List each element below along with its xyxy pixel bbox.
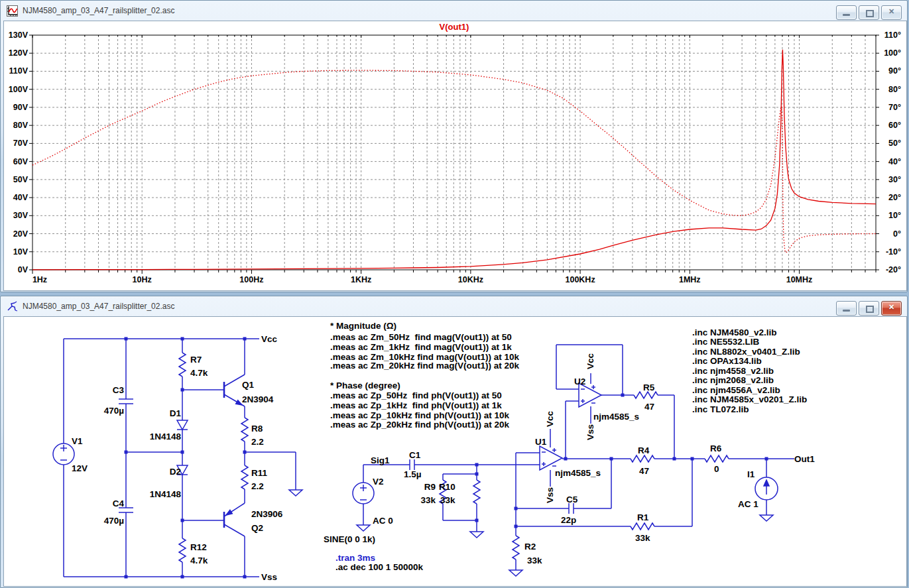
spice-directive: .meas ac Zm_50Hz find mag(V(out1)) at 50 <box>330 332 512 342</box>
component-label: R6 <box>710 443 722 453</box>
close-button[interactable]: ✕ <box>881 301 902 316</box>
schematic-drawing[interactable]: VccR74.7kQ12N3904C3470µD11N4148R82.2V112… <box>4 317 906 586</box>
component-label: R7 <box>190 355 202 365</box>
bode-plot[interactable]: 130V120V110V100V90V80V70V60V50V40V30V20V… <box>4 21 906 290</box>
component-label: Out1 <box>794 454 815 464</box>
y-right-tick-label: 90° <box>888 66 901 76</box>
y-left-tick-label: 70V <box>13 139 29 148</box>
component-label: C1 <box>409 450 421 460</box>
component-label: Vcc <box>545 411 555 428</box>
junctions <box>125 337 768 579</box>
close-button[interactable]: ✕ <box>881 5 902 20</box>
schematic-pane[interactable]: VccR74.7kQ12N3904C3470µD11N4148R82.2V112… <box>3 316 907 587</box>
minimize-button[interactable] <box>836 5 857 20</box>
junction-dot <box>515 525 518 528</box>
x-tick-label: 10KHz <box>458 275 483 284</box>
component-label: C3 <box>113 385 125 395</box>
plot-title-group: V(out1) <box>440 22 469 32</box>
spice-directive: .meas ac Zp_20kHz find ph(V(out1)) at 20… <box>330 420 510 430</box>
y-right-tick-label: 80° <box>888 85 901 94</box>
y-left-tick-label: 40V <box>13 193 29 202</box>
junction-dot <box>673 457 676 461</box>
wires <box>64 339 794 577</box>
y-left-tick-label: 100V <box>9 85 29 94</box>
component-label: R1 <box>637 512 649 522</box>
minimize-icon <box>843 310 850 312</box>
y-left-tick-label: 80V <box>13 121 29 130</box>
junction-dot <box>564 457 568 461</box>
x-tick-label: 10MHz <box>786 275 813 284</box>
restore-icon <box>866 10 874 17</box>
x-tick-label: 100KHz <box>565 275 595 284</box>
x-tick-label: 10Hz <box>133 275 152 284</box>
resistor-symbol <box>473 480 480 504</box>
component-label: 1N4148 <box>150 489 182 499</box>
y-right-tick-label: 30° <box>888 175 901 184</box>
junction-dot <box>181 519 184 522</box>
junction-dot <box>125 575 128 579</box>
close-icon: ✕ <box>882 7 901 16</box>
junction-dot <box>243 337 247 341</box>
component-label: R12 <box>190 542 207 552</box>
ground-symbol <box>760 515 773 521</box>
y-right-tick-label: 60° <box>888 121 901 130</box>
y-right-tick-label: 50° <box>888 139 901 148</box>
component-label: R5 <box>643 382 655 392</box>
spice-directive: .meas ac Zp_10kHz find ph(V(out1)) at 10… <box>330 410 510 420</box>
component-label: R4 <box>638 445 650 455</box>
resistor-symbol <box>634 392 658 398</box>
junction-dot <box>125 337 128 341</box>
pnp-emitter-arrow <box>226 510 232 515</box>
minimize-button[interactable] <box>836 301 857 316</box>
component-label: R9 <box>424 482 436 492</box>
component-label: 1N4148 <box>150 432 182 441</box>
junction-dot <box>181 388 184 392</box>
resistor-symbol <box>631 455 654 462</box>
diode-symbol <box>177 420 188 430</box>
junction-dot <box>765 457 768 461</box>
junction-dot <box>475 463 479 467</box>
component-label: V1 <box>72 436 83 446</box>
restore-icon <box>866 306 874 313</box>
spice-directive: .meas ac Zp_50Hz find ph(V(out1)) at 50 <box>330 390 502 400</box>
spice-directive: .inc TL072.lib <box>692 404 749 414</box>
waveform-window: NJM4580_amp_03_A47_railsplitter_02.asc ✕… <box>0 0 908 292</box>
component-label: njm4585_s <box>555 468 601 478</box>
component-label: 22p <box>561 515 576 525</box>
junction-dot <box>181 337 184 341</box>
component-label: AC 1 <box>738 499 758 509</box>
spice-directive: .meas ac Zm_20kHz find mag(V(out1)) at 2… <box>330 361 520 371</box>
waveform-pane[interactable]: 130V120V110V100V90V80V70V60V50V40V30V20V… <box>3 21 907 291</box>
x-tick-label: 1KHz <box>351 275 371 284</box>
spice-directive: .inc NE5532.LIB <box>692 337 760 347</box>
spice-directive: .inc njm4558_v2.lib <box>692 366 774 376</box>
restore-button[interactable] <box>859 301 879 316</box>
spice-directive: .meas ac Zp_1kHz find ph(V(out1)) at 1k <box>330 400 502 410</box>
plot-grid <box>32 35 876 270</box>
component-label: 12V <box>72 463 88 473</box>
y-left-tick-label: 60V <box>13 157 29 166</box>
restore-button[interactable] <box>859 5 879 20</box>
ground-symbol <box>289 490 302 496</box>
spice-directive: .inc NL8802x_v0401_Z.lib <box>692 347 800 357</box>
schematic-graphics <box>53 337 794 579</box>
component-label: C5 <box>566 495 578 504</box>
component-label: U1 <box>535 437 547 447</box>
spice-directive: .inc NJM4580_v2.lib <box>692 327 777 337</box>
schematic-window: NJM4580_amp_03_A47_railsplitter_02.asc ✕… <box>0 296 908 588</box>
component-label: 4.7k <box>190 368 208 378</box>
spice-directive: .inc njm4556A_v2.lib <box>692 385 780 395</box>
component-label: Vss <box>261 572 277 582</box>
component-label: R10 <box>439 482 455 492</box>
current-arrow-head <box>764 480 769 486</box>
component-label: C4 <box>113 499 125 508</box>
schematic-titlebar[interactable]: NJM4580_amp_03_A47_railsplitter_02.asc ✕ <box>1 296 907 316</box>
x-tick-label: 100Hz <box>239 275 263 284</box>
ground-symbol <box>357 525 370 531</box>
junction-dot <box>515 507 518 510</box>
minimize-icon <box>843 14 850 16</box>
component-label: R8 <box>251 424 263 434</box>
waveform-titlebar[interactable]: NJM4580_amp_03_A47_railsplitter_02.asc ✕ <box>1 1 907 21</box>
ground-symbol <box>470 532 483 538</box>
y-left-tick-label: 20V <box>13 229 29 239</box>
